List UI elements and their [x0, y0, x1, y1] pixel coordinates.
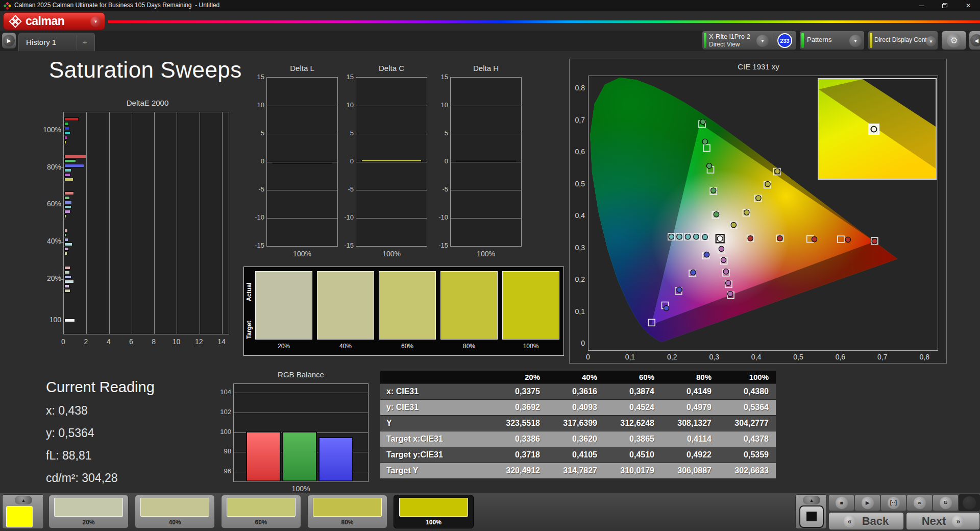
patterns-dropdown[interactable]: Patterns ▼	[799, 31, 865, 50]
gridline	[222, 112, 223, 334]
pattern-button-100%[interactable]: 100%	[394, 495, 474, 528]
tab-history-1[interactable]: History 1 +	[18, 33, 95, 51]
pattern-button-20%[interactable]: 20%	[48, 495, 129, 528]
disabled-button	[963, 496, 976, 510]
swatch-80%	[440, 271, 498, 340]
back-label: Back	[862, 515, 889, 528]
target-row-label: Target	[246, 312, 253, 348]
delta-l-chart: Delta L151050-5-10-15100%	[248, 64, 342, 266]
y-axis-label: 0,1	[570, 307, 585, 316]
calman-logo-text: calman	[26, 14, 64, 28]
cie-inset-svg	[819, 79, 936, 179]
pattern-swatch	[140, 498, 209, 517]
y-axis-label: 15	[432, 73, 448, 81]
calman-menu-button[interactable]: calman ▼	[3, 12, 105, 30]
measured-point-green	[714, 212, 719, 217]
pattern-window-button[interactable]	[799, 505, 824, 528]
table-cell: 0,4105	[547, 450, 604, 460]
reading-cdm2: cd/m²: 304,28	[46, 471, 155, 485]
bar-cyan	[64, 243, 72, 246]
cie-zoom-inset	[818, 78, 937, 180]
gridline	[451, 218, 521, 219]
measured-point-blue	[704, 252, 709, 257]
measured-point-red	[748, 236, 753, 241]
collapse-panel-button[interactable]: ◀	[969, 31, 980, 50]
next-button[interactable]: Next»	[906, 512, 980, 530]
x-axis-label: 12	[193, 337, 205, 346]
table-cell: 310,0179	[604, 466, 662, 475]
continuous-button[interactable]: ∞	[906, 494, 933, 511]
gridline	[356, 218, 427, 219]
display-control-status-bar	[870, 33, 872, 48]
measured-point-magenta	[728, 291, 733, 296]
inset-target-square	[869, 124, 879, 134]
column-header: 20%	[490, 373, 547, 381]
back-button[interactable]: «Back	[828, 512, 904, 530]
y-axis-label: 10	[248, 101, 264, 109]
bar-cyan	[64, 168, 71, 172]
chevron-down-icon[interactable]: ▼	[926, 36, 936, 46]
pattern-window-button[interactable]: [··]	[880, 494, 906, 511]
restore-button[interactable]	[933, 0, 957, 11]
y-axis-label: 0,2	[570, 275, 585, 283]
meter-dropdown[interactable]: X-Rite i1Pro 2 Direct View ▼ 233	[702, 31, 797, 50]
patterns-status-bar	[801, 33, 804, 48]
repeat-button[interactable]: ↻	[933, 494, 959, 511]
gridline	[109, 112, 110, 334]
bar-blue	[64, 127, 70, 130]
settings-gear-button[interactable]: ⚙	[941, 31, 967, 50]
delta_l-title: Delta L	[266, 64, 338, 74]
play-button[interactable]: ▶	[854, 494, 880, 511]
measured-point-blue	[664, 305, 669, 310]
display-control-dropdown[interactable]: Direct Display Control ▼	[868, 31, 938, 50]
pattern-label: 100%	[394, 519, 473, 527]
stop-button[interactable]: ■	[828, 494, 854, 511]
pattern-swatch	[54, 498, 123, 517]
delta_h-title: Delta H	[450, 64, 522, 74]
rgb-balance-plot	[233, 383, 369, 482]
table-row: Target Y320,4912314,7827310,0179306,0887…	[380, 463, 776, 479]
pattern-button-60%[interactable]: 60%	[221, 495, 301, 528]
table-cell: 0,4524	[604, 403, 662, 412]
pattern-button-80%[interactable]: 80%	[307, 495, 387, 528]
y-axis-label: 5	[337, 129, 354, 137]
gridline	[267, 134, 337, 134]
axis-tick	[61, 279, 64, 280]
play-icon: ▶	[862, 497, 874, 509]
table-row: Target y:CIE310,37180,41050,45100,49220,…	[380, 447, 776, 463]
chevron-down-icon[interactable]: ▼	[849, 35, 862, 47]
measured-point-yellow	[744, 210, 749, 215]
gridline	[200, 112, 200, 334]
x-axis-label: 100%	[266, 250, 338, 259]
meter-reading-badge: 233	[777, 33, 792, 48]
bar-red	[64, 155, 86, 158]
chevron-down-icon[interactable]: ▼	[90, 16, 101, 27]
deltae-chart-title: DeltaE 2000	[63, 99, 232, 109]
expand-up-button[interactable]: ▲	[803, 496, 820, 504]
x-axis-label: 8	[148, 337, 160, 346]
y-axis-label: -5	[248, 185, 264, 194]
x-axis-label: 10	[170, 337, 182, 346]
table-header: 20%40%60%80%100%	[380, 371, 776, 384]
measured-point-cyan	[677, 234, 682, 239]
meter-name: X-Rite i1Pro 2	[709, 33, 750, 40]
x-axis-label: 0	[57, 337, 69, 346]
add-tab-button[interactable]: +	[77, 35, 93, 50]
layout-nav-button[interactable]: ▶	[2, 32, 16, 49]
axis-tick	[61, 167, 64, 168]
close-button[interactable]: ✕	[957, 0, 980, 11]
minimize-button[interactable]	[910, 0, 933, 11]
y-axis-label: 0	[248, 157, 264, 165]
reading-y: y: 0,5364	[46, 426, 155, 440]
y-axis-label: -5	[337, 185, 354, 194]
chevron-down-icon[interactable]: ▼	[756, 35, 769, 47]
table-row: x: CIE310,33750,36160,38740,41490,4380	[380, 384, 776, 400]
pattern-button-40%[interactable]: 40%	[135, 495, 215, 528]
bar-red	[64, 266, 70, 270]
gridline	[451, 190, 521, 190]
measured-point-yellow	[756, 196, 761, 201]
expand-up-button[interactable]: ▲	[15, 496, 32, 504]
table-cell: 0,3386	[490, 435, 547, 444]
y-axis-label: -5	[432, 185, 448, 194]
bar-cyan	[64, 131, 70, 135]
